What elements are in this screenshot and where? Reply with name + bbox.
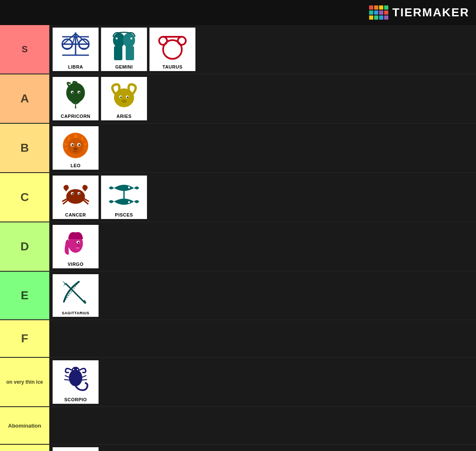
svg-point-13	[159, 37, 167, 45]
svg-point-48	[78, 242, 79, 243]
tier-label-f: F	[0, 320, 50, 357]
tier-label-d: D	[0, 222, 50, 271]
tier-content-s: LIBRA GEMINI	[50, 25, 476, 74]
tier-row-worser: worser than my grades	[0, 445, 476, 451]
zodiac-item-cancer[interactable]: CANCER	[53, 176, 99, 219]
tier-content-c: CANCER	[50, 173, 476, 222]
cancer-label: CANCER	[65, 212, 86, 217]
svg-rect-8	[114, 46, 122, 60]
tier-label-thin: on very thin ice	[0, 358, 50, 406]
zodiac-item-aries[interactable]: ARIES	[101, 77, 147, 120]
virgo-icon	[59, 227, 92, 261]
virgo-label: VIRGO	[68, 262, 84, 267]
tier-row-c: C	[0, 173, 476, 222]
tier-label-e: E	[0, 272, 50, 319]
tier-content-e: SAGITTARIUS	[50, 272, 476, 319]
logo-cell	[374, 5, 378, 10]
zodiac-item-scorpio[interactable]: SCORPIO	[53, 360, 99, 404]
tier-row-s: S LIBRA	[0, 25, 476, 74]
svg-point-21	[114, 89, 134, 107]
zodiac-item-pisces[interactable]: PISCES	[101, 176, 147, 219]
svg-point-42	[78, 193, 80, 194]
logo-grid-icon	[369, 5, 388, 20]
svg-point-19	[72, 92, 73, 93]
svg-rect-9	[126, 46, 134, 60]
pisces-icon	[107, 178, 141, 211]
aries-label: ARIES	[116, 114, 132, 119]
tier-row-d: D	[0, 222, 476, 272]
logo-cell	[374, 10, 378, 15]
taurus-label: TAURUS	[162, 64, 182, 69]
tiermaker-logo: TiERMAKER	[369, 5, 469, 20]
svg-point-25	[127, 97, 128, 98]
tier-content-f	[50, 320, 476, 357]
svg-point-53	[71, 367, 79, 374]
tier-content-abom	[50, 407, 476, 444]
logo-cell	[374, 15, 378, 20]
tier-row-a: A CAPR	[0, 74, 476, 124]
tier-content-b: LEO	[50, 124, 476, 172]
capricorn-icon	[59, 79, 92, 113]
aries-icon	[107, 79, 141, 113]
logo-title: TiERMAKER	[392, 6, 469, 19]
zodiac-item-taurus[interactable]: TAURUS	[149, 28, 195, 71]
zodiac-item-sagittarius[interactable]: SAGITTARIUS	[53, 274, 99, 317]
scorpio-label: SCORPIO	[64, 397, 87, 402]
logo-cell	[384, 10, 388, 15]
tier-row-f: F	[0, 320, 476, 358]
svg-point-31	[71, 144, 73, 146]
tier-content-d: VIRGO	[50, 222, 476, 271]
svg-point-44	[128, 186, 130, 189]
zodiac-item-virgo[interactable]: VIRGO	[53, 225, 99, 268]
svg-point-34	[66, 189, 85, 204]
tier-content-worser: AQUARIUS	[50, 445, 476, 451]
tier-label-b: B	[0, 124, 50, 172]
zodiac-item-gemini[interactable]: GEMINI	[101, 28, 147, 71]
logo-cell	[369, 5, 373, 10]
svg-point-58	[73, 369, 74, 370]
svg-point-41	[72, 193, 73, 194]
svg-point-10	[116, 38, 118, 40]
svg-line-55	[64, 380, 71, 380]
svg-point-32	[78, 144, 80, 146]
logo-cell	[379, 10, 383, 15]
svg-point-33	[73, 148, 78, 150]
leo-label: LEO	[71, 163, 81, 168]
tier-row-abom: Abomination	[0, 407, 476, 445]
zodiac-item-libra[interactable]: LIBRA	[53, 28, 99, 71]
svg-point-7	[123, 33, 135, 47]
tier-label-s: S	[0, 25, 50, 74]
libra-icon	[59, 30, 92, 64]
zodiac-item-aquarius[interactable]: AQUARIUS	[53, 447, 99, 451]
zodiac-item-capricorn[interactable]: CAPRICORN	[53, 77, 99, 120]
sagittarius-label: SAGITTARIUS	[62, 311, 89, 315]
leo-icon	[59, 129, 92, 162]
svg-line-57	[81, 380, 87, 380]
svg-point-45	[128, 201, 130, 203]
pisces-label: PISCES	[115, 212, 133, 217]
logo-cell	[384, 5, 388, 10]
svg-point-24	[120, 97, 122, 98]
svg-point-11	[130, 38, 132, 40]
gemini-label: GEMINI	[115, 64, 133, 69]
sagittarius-icon	[59, 277, 92, 310]
logo-cell	[369, 10, 373, 15]
tier-row-thin: on very thin ice	[0, 358, 476, 407]
scorpio-icon	[59, 363, 92, 396]
taurus-icon	[156, 30, 189, 64]
tier-content-thin: SCORPIO	[50, 358, 476, 406]
zodiac-item-leo[interactable]: LEO	[53, 126, 99, 170]
tier-content-a: CAPRICORN ARIES	[50, 74, 476, 123]
tier-label-abom: Abomination	[0, 407, 50, 444]
logo-cell	[379, 15, 383, 20]
libra-label: LIBRA	[68, 64, 83, 69]
tier-label-worser: worser than my grades	[0, 445, 50, 451]
logo-cell	[379, 5, 383, 10]
svg-point-20	[78, 92, 80, 93]
svg-point-59	[77, 369, 78, 370]
header: TiERMAKER	[0, 0, 476, 25]
svg-point-26	[122, 99, 127, 103]
tier-label-a: A	[0, 74, 50, 123]
tier-row-b: B	[0, 124, 476, 173]
gemini-icon	[107, 30, 141, 64]
